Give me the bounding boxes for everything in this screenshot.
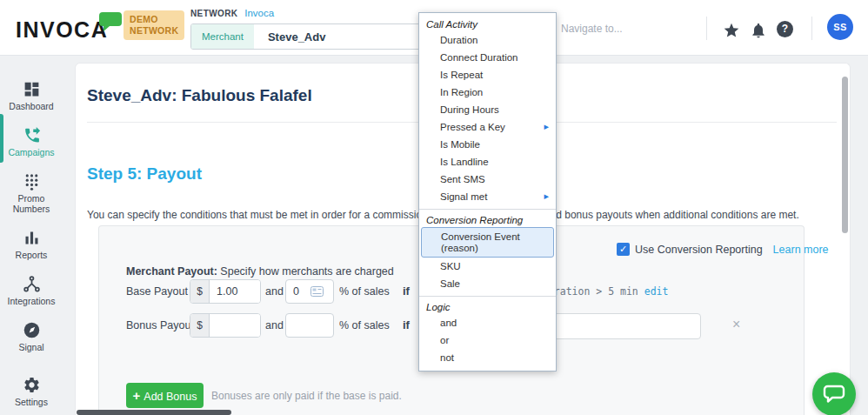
menu-item-label: During Hours — [440, 104, 499, 115]
conversion-reporting-row: ✓ Use Conversion Reporting Learn more — [617, 243, 829, 256]
menu-item-is-repeat[interactable]: Is Repeat — [419, 66, 556, 84]
base-payout-label: Base Payout — [126, 285, 188, 298]
menu-item-is-landline[interactable]: Is Landline — [419, 153, 556, 171]
menu-item-not[interactable]: not — [419, 349, 556, 366]
use-conversion-reporting-label: Use Conversion Reporting — [635, 244, 763, 256]
menu-item-label: Is Repeat — [440, 70, 483, 80]
menu-item-duration[interactable]: Duration — [419, 31, 556, 49]
invoca-logo-bubble-icon — [97, 10, 124, 33]
header-divider — [706, 17, 707, 40]
menu-item-signal-met[interactable]: Signal met▸ — [419, 188, 556, 205]
merchant-tag: Merchant — [191, 24, 254, 49]
user-avatar[interactable]: SS — [827, 14, 853, 40]
add-bonus-button[interactable]: +Add Bonus — [126, 383, 204, 408]
menu-item-is-mobile[interactable]: Is Mobile — [419, 136, 556, 153]
bonus-percent-input[interactable] — [286, 319, 326, 331]
learn-more-link[interactable]: Learn more — [773, 244, 829, 256]
gear-icon — [23, 376, 41, 394]
notifications-bell-icon[interactable] — [750, 22, 767, 39]
currency-prefix: $ — [190, 314, 210, 337]
bonus-amount-input[interactable] — [210, 314, 260, 337]
base-percent-input[interactable] — [286, 285, 310, 298]
help-icon[interactable]: ? — [777, 21, 793, 37]
menu-item-pressed-a-key[interactable]: Pressed a Key▸ — [419, 118, 556, 136]
header-divider — [811, 17, 812, 40]
menu-item-label: Sent SMS — [440, 174, 485, 184]
network-link[interactable]: Invoca — [244, 8, 274, 18]
menu-item-label: Conversion Event (reason) — [441, 231, 520, 253]
integrations-icon — [23, 275, 41, 293]
menu-item-sku[interactable]: SKU — [419, 258, 556, 275]
step-title: Step 5: Payout — [87, 164, 202, 184]
percent-of-sales-label: % of sales — [339, 319, 390, 331]
edit-condition-link[interactable]: edit — [644, 285, 669, 298]
sidebar-item-signal[interactable]: Signal — [0, 321, 63, 352]
submenu-arrow-icon: ▸ — [544, 121, 549, 132]
menu-item-or[interactable]: or — [419, 331, 556, 349]
horizontal-scrollbar-thumb[interactable] — [77, 410, 231, 415]
menu-item-connect-duration[interactable]: Connect Duration — [419, 49, 556, 66]
remove-condition-icon[interactable]: × — [732, 317, 740, 332]
invoca-logo[interactable]: INVOCA — [16, 17, 108, 43]
merchant-payout-heading: Merchant Payout: Specify how merchants a… — [126, 265, 394, 278]
vertical-scrollbar-thumb[interactable] — [842, 77, 848, 233]
sidebar-item-settings[interactable]: Settings — [0, 376, 63, 407]
sidebar-item-integrations[interactable]: Integrations — [0, 275, 63, 306]
percent-of-sales-label: % of sales — [339, 285, 390, 298]
sidebar-item-reports[interactable]: Reports — [0, 229, 63, 260]
sidebar: Dashboard Campaigns Promo Numbers Report… — [0, 56, 63, 415]
bonus-payout-label: Bonus Payout — [126, 319, 194, 331]
menu-item-sale[interactable]: Sale — [419, 275, 556, 292]
chat-button[interactable] — [812, 372, 856, 415]
menu-item-label: Sale — [440, 278, 460, 289]
bonus-note: Bonuses are only paid if the base is pai… — [211, 390, 402, 402]
base-condition-text: Duration > 5 min edit — [542, 285, 668, 298]
menu-item-label: Signal met — [440, 191, 487, 202]
menu-item-label: Duration — [440, 35, 477, 45]
and-label: and — [265, 319, 284, 331]
menu-item-label: In Region — [440, 87, 483, 97]
dialpad-icon — [23, 172, 41, 191]
base-if-label: if — [403, 284, 410, 298]
menu-item-label: Is Mobile — [440, 139, 480, 150]
chat-bubble-icon — [822, 383, 846, 405]
menu-item-sent-sms[interactable]: Sent SMS — [419, 171, 556, 188]
page-title: Steve_Adv: Fabulous Falafel — [87, 86, 312, 105]
menu-item-label: not — [440, 352, 454, 363]
base-amount-input[interactable] — [210, 280, 260, 303]
menu-item-label: Is Landline — [440, 157, 489, 167]
base-percent-group — [285, 279, 334, 304]
menu-item-label: Pressed a Key — [440, 122, 505, 132]
menu-item-and[interactable]: and — [419, 314, 556, 331]
sidebar-item-campaigns[interactable]: Campaigns — [0, 126, 63, 157]
dashboard-icon — [23, 80, 41, 98]
navigate-search-input[interactable] — [561, 19, 691, 38]
plus-icon: + — [133, 388, 141, 403]
sidebar-item-dashboard[interactable]: Dashboard — [0, 80, 63, 111]
field-helper-icon[interactable] — [310, 286, 324, 297]
sidebar-item-promo-numbers[interactable]: Promo Numbers — [0, 172, 63, 214]
menu-section-header: Call Activity — [419, 16, 556, 31]
favorites-star-icon[interactable] — [723, 22, 740, 39]
and-label: and — [265, 285, 284, 298]
submenu-arrow-icon: ▸ — [544, 191, 549, 202]
bonus-amount-group: $ — [190, 313, 261, 338]
menu-section-header: Logic — [419, 296, 556, 314]
network-row: NETWORK Invoca — [190, 8, 274, 18]
bar-chart-icon — [23, 229, 41, 247]
network-label: NETWORK — [190, 9, 237, 18]
campaigns-icon — [23, 126, 41, 144]
bonus-if-label: if — [403, 318, 410, 331]
menu-item-label: or — [440, 335, 449, 345]
bonus-percent-group — [285, 313, 334, 338]
compass-icon — [23, 321, 41, 339]
use-conversion-reporting-checkbox[interactable]: ✓ — [617, 243, 630, 256]
demo-network-badge: DEMONETWORK — [124, 10, 184, 40]
menu-item-label: SKU — [440, 261, 461, 271]
menu-item-label: Connect Duration — [440, 52, 518, 63]
invoca-app: Steve_Adv: Fabulous Falafel Step 5: Payo… — [0, 0, 868, 415]
menu-item-label: and — [440, 318, 457, 328]
menu-item-in-region[interactable]: In Region — [419, 84, 556, 101]
menu-item-conversion-event-reason[interactable]: Conversion Event (reason) — [421, 227, 554, 258]
menu-item-during-hours[interactable]: During Hours — [419, 101, 556, 118]
